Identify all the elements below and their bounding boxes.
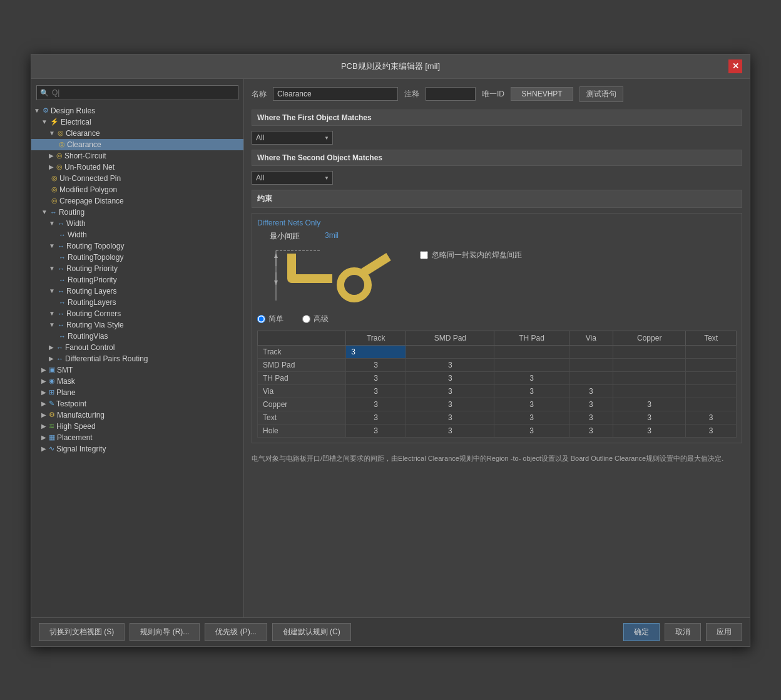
row-label-cell: Hole [258,424,346,437]
data-cell[interactable]: 3 [569,424,613,437]
ok-button[interactable]: 确定 [623,623,660,641]
tree-item[interactable]: ▶⚙Manufacturing [31,409,243,421]
tree-item[interactable]: ◎Modified Polygon [31,184,243,195]
data-cell[interactable]: 3 [494,371,569,384]
data-cell[interactable] [686,371,737,384]
tree-item[interactable]: ▼⚡Electrical [31,116,243,128]
data-cell[interactable]: 3 [494,424,569,437]
data-cell[interactable]: 3 [494,398,569,411]
data-cell[interactable]: 3 [569,411,613,424]
comment-input[interactable] [426,87,476,101]
data-cell[interactable] [569,371,613,384]
switch-doc-button[interactable]: 切换到文档视图 (S) [39,623,125,641]
data-cell[interactable]: 3 [494,384,569,398]
tree-item[interactable]: ▼↔Routing Topology [31,240,243,252]
data-cell[interactable] [686,398,737,411]
first-match-dropdown[interactable]: All Net Net Class Layer Custom Query [252,131,333,145]
tree-item[interactable]: ◎Creepage Distance [31,195,243,207]
rule-header: 名称 注释 唯一ID SHNEVHPT 测试语句 [252,86,742,102]
data-cell[interactable]: 3 [569,384,613,398]
data-cell[interactable] [569,358,613,371]
data-cell[interactable] [613,345,686,358]
data-cell[interactable]: 3 [613,411,686,424]
simple-radio[interactable] [257,315,265,323]
tree-item[interactable]: ▶≋High Speed [31,421,243,432]
tree-item[interactable]: ▶✎Testpoint [31,398,243,409]
data-cell[interactable]: 3 [406,358,494,371]
second-match-header: Where The Second Object Matches [252,150,742,166]
data-cell[interactable]: 3 [346,371,406,384]
tree-item[interactable]: ↔RoutingLayers [31,297,243,308]
data-cell[interactable]: 3 [346,398,406,411]
test-button[interactable]: 测试语句 [579,86,623,102]
data-cell[interactable]: 3 [613,424,686,437]
tree-item[interactable]: ▶⊞Plane [31,387,243,398]
data-cell[interactable] [613,371,686,384]
tree-item[interactable]: ▶◎Un-Routed Net [31,162,243,173]
data-cell[interactable]: 3 [406,384,494,398]
data-cell[interactable]: 3 [346,384,406,398]
tree-item[interactable]: ▼↔Routing Priority [31,263,243,274]
data-cell[interactable]: 3 [406,411,494,424]
data-cell[interactable]: 3 [406,398,494,411]
tree-item[interactable]: ▼↔Width [31,218,243,229]
advanced-label[interactable]: 高级 [314,314,329,324]
data-cell[interactable] [406,345,494,358]
advanced-radio-option[interactable]: 高级 [302,314,329,324]
cancel-button[interactable]: 取消 [665,623,701,641]
data-cell[interactable] [613,384,686,398]
data-cell[interactable]: 3 [346,358,406,371]
ignore-label[interactable]: 忽略同一封装内的焊盘间距 [432,250,522,260]
tree-item[interactable]: ▼↔Routing Layers [31,286,243,297]
col-thpad: TH Pad [494,331,569,345]
data-cell[interactable]: 3 [494,411,569,424]
data-cell[interactable] [686,358,737,371]
data-cell[interactable]: 3 [346,424,406,437]
tree-item[interactable]: ▶◉Mask [31,376,243,387]
tree-item[interactable]: ▼↔Routing [31,207,243,218]
tree-item[interactable]: ▼↔Routing Corners [31,308,243,319]
data-cell[interactable]: 3 [406,424,494,437]
tree-item[interactable]: ▶▦Placement [31,432,243,443]
data-cell[interactable]: 3 [346,345,406,358]
simple-radio-option[interactable]: 简单 [257,314,283,324]
tree-item[interactable]: ▶∿Signal Integrity [31,443,243,455]
data-cell[interactable]: 3 [613,398,686,411]
data-cell[interactable]: 3 [686,424,737,437]
second-match-dropdown[interactable]: All Net Net Class Layer Custom Query [252,171,333,185]
tree-item[interactable]: ▶◎Short-Circuit [31,150,243,162]
rule-name-input[interactable] [273,87,398,101]
tree-item-label: Mask [57,377,75,386]
apply-button[interactable]: 应用 [706,623,742,641]
ignore-checkbox[interactable] [420,251,428,259]
data-cell[interactable] [569,345,613,358]
tree-item[interactable]: ◎Clearance [31,139,243,150]
tree-item[interactable]: ▶↔Fanout Control [31,342,243,353]
tree-item[interactable]: ↔Width [31,229,243,240]
tree-item[interactable]: ▼◎Clearance [31,128,243,139]
data-cell[interactable] [494,358,569,371]
tree-item[interactable]: ▶↔Differential Pairs Routing [31,353,243,364]
create-default-button[interactable]: 创建默认规则 (C) [272,623,351,641]
rule-wizard-button[interactable]: 规则向导 (R)... [130,623,200,641]
advanced-radio[interactable] [302,315,310,323]
tree-item[interactable]: ▶▣SMT [31,364,243,376]
tree-item[interactable]: ↔RoutingVias [31,331,243,342]
tree-item[interactable]: ▼↔Routing Via Style [31,319,243,331]
priority-button[interactable]: 优先级 (P)... [205,623,267,641]
data-cell[interactable]: 3 [569,398,613,411]
tree-item[interactable]: ▼⚙Design Rules [31,105,243,116]
tree-item[interactable]: ↔RoutingPriority [31,274,243,286]
data-cell[interactable]: 3 [346,411,406,424]
data-cell[interactable]: 3 [406,371,494,384]
search-input[interactable] [36,85,238,100]
tree-item[interactable]: ↔RoutingTopology [31,252,243,263]
data-cell[interactable] [613,358,686,371]
data-cell[interactable]: 3 [686,411,737,424]
tree-item[interactable]: ◎Un-Connected Pin [31,173,243,184]
data-cell[interactable] [494,345,569,358]
data-cell[interactable] [686,384,737,398]
close-button[interactable]: ✕ [728,59,742,73]
data-cell[interactable] [686,345,737,358]
simple-label[interactable]: 简单 [268,314,283,324]
